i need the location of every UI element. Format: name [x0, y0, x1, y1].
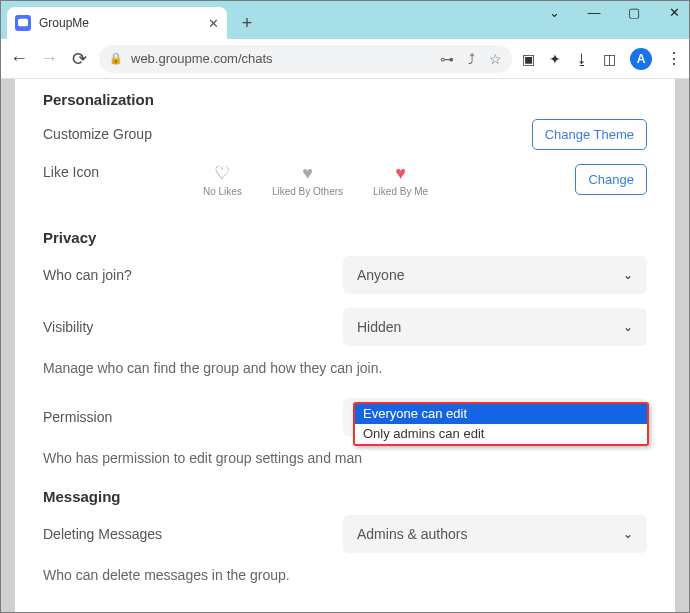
permission-dropdown-open: Everyone can edit Only admins can edit [353, 402, 649, 446]
deleting-messages-select[interactable]: Admins & authors ⌄ [343, 515, 647, 553]
chevron-down-icon[interactable]: ⌄ [545, 5, 563, 20]
visibility-row: Visibility Hidden ⌄ [43, 308, 647, 346]
who-can-join-row: Who can join? Anyone ⌄ [43, 256, 647, 294]
address-bar[interactable]: 🔒 web.groupme.com/chats ⊶ ⤴ ☆ [99, 45, 512, 73]
deleting-messages-label: Deleting Messages [43, 526, 343, 542]
tab-title: GroupMe [39, 16, 200, 30]
customize-group-label: Customize Group [43, 126, 343, 142]
url-text: web.groupme.com/chats [131, 51, 273, 66]
chevron-down-icon: ⌄ [623, 527, 633, 541]
minimize-icon[interactable]: ― [585, 5, 603, 20]
key-icon[interactable]: ⊶ [440, 51, 454, 67]
like-icon-label: Like Icon [43, 164, 153, 180]
permission-label: Permission [43, 409, 343, 425]
who-can-join-value: Anyone [357, 267, 404, 283]
section-title-messaging: Messaging [43, 488, 647, 505]
heart-red-icon: ♥ [395, 164, 406, 182]
browser-window: GroupMe ✕ + ⌄ ― ▢ ✕ ← → ⟳ 🔒 web.groupme.… [0, 0, 690, 613]
lock-icon: 🔒 [109, 52, 123, 65]
share-icon[interactable]: ⤴ [468, 51, 475, 67]
maximize-icon[interactable]: ▢ [625, 5, 643, 20]
heart-outline-icon: ♡ [214, 164, 230, 182]
groupme-favicon [15, 15, 31, 31]
settings-page: Personalization Customize Group Change T… [15, 79, 675, 612]
liked-me-caption: Liked By Me [373, 186, 428, 197]
extensions-icon[interactable]: ✦ [549, 51, 561, 67]
permission-option-admins[interactable]: Only admins can edit [355, 424, 647, 444]
window-controls: ⌄ ― ▢ ✕ [545, 5, 683, 20]
permission-desc: Who has permission to edit group setting… [43, 450, 647, 466]
privacy-manage-desc: Manage who can find the group and how th… [43, 360, 647, 376]
section-title-privacy: Privacy [43, 229, 647, 246]
visibility-label: Visibility [43, 319, 343, 335]
svg-rect-0 [18, 19, 28, 26]
toolbar-actions: ▣ ✦ ⭳ ◫ A ⋮ [522, 48, 681, 70]
chevron-down-icon: ⌄ [623, 320, 633, 334]
visibility-select[interactable]: Hidden ⌄ [343, 308, 647, 346]
tab-close-icon[interactable]: ✕ [208, 16, 219, 31]
profile-avatar[interactable]: A [630, 48, 652, 70]
titlebar: GroupMe ✕ + ⌄ ― ▢ ✕ [1, 1, 689, 39]
download-icon[interactable]: ⭳ [575, 51, 589, 67]
chevron-down-icon: ⌄ [623, 268, 633, 282]
no-likes-caption: No Likes [203, 186, 242, 197]
close-window-icon[interactable]: ✕ [665, 5, 683, 20]
forward-button: → [39, 48, 59, 69]
deleting-messages-row: Deleting Messages Admins & authors ⌄ [43, 515, 647, 553]
star-icon[interactable]: ☆ [489, 51, 502, 67]
change-like-icon-button[interactable]: Change [575, 164, 647, 195]
menu-icon[interactable]: ⋮ [666, 49, 681, 68]
back-button[interactable]: ← [9, 48, 29, 69]
reload-button[interactable]: ⟳ [69, 48, 89, 70]
who-can-join-label: Who can join? [43, 267, 343, 283]
deleting-messages-desc: Who can delete messages in the group. [43, 567, 647, 583]
browser-toolbar: ← → ⟳ 🔒 web.groupme.com/chats ⊶ ⤴ ☆ ▣ ✦ … [1, 39, 689, 79]
like-icon-previews: ♡ No Likes ♥ Liked By Others ♥ Liked By … [203, 164, 428, 197]
section-title-personalization: Personalization [43, 91, 647, 108]
change-theme-button[interactable]: Change Theme [532, 119, 647, 150]
liked-others-caption: Liked By Others [272, 186, 343, 197]
heart-gray-icon: ♥ [302, 164, 313, 182]
new-tab-button[interactable]: + [233, 9, 261, 37]
browser-tab[interactable]: GroupMe ✕ [7, 7, 227, 39]
panel-icon[interactable]: ◫ [603, 51, 616, 67]
visibility-value: Hidden [357, 319, 401, 335]
customize-group-row: Customize Group Change Theme [43, 118, 647, 150]
deleting-messages-value: Admins & authors [357, 526, 468, 542]
page-viewport: Personalization Customize Group Change T… [1, 79, 689, 612]
who-can-join-select[interactable]: Anyone ⌄ [343, 256, 647, 294]
translate-icon[interactable]: ▣ [522, 51, 535, 67]
permission-option-everyone[interactable]: Everyone can edit [355, 404, 647, 424]
like-icon-row: Like Icon ♡ No Likes ♥ Liked By Others ♥… [43, 164, 647, 197]
